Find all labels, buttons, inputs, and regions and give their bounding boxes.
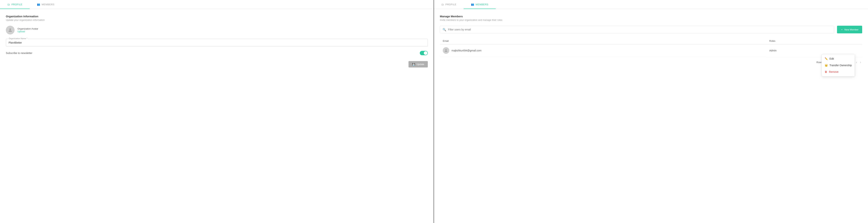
org-info-title: Organization Information <box>6 15 428 18</box>
search-icon: 🔍 <box>442 28 446 31</box>
new-member-button[interactable]: ＋ New Member <box>837 26 862 33</box>
avatar-label: Organization Avatar <box>18 27 38 30</box>
pagination-arrows: ‹ › <box>855 60 862 64</box>
next-page-button[interactable]: › <box>859 60 862 64</box>
left-tab-members-label: MEMBERS <box>42 3 55 6</box>
dropdown-edit[interactable]: ✏️ Edit <box>822 55 855 62</box>
pagination-row: Rows per page: 10 25 50 1–1 of 1 ‹ › <box>440 57 862 67</box>
svg-point-0 <box>9 28 11 30</box>
left-tabs: 🗂 PROFILE 👥 MEMBERS <box>0 0 434 9</box>
svg-point-1 <box>445 49 446 51</box>
manage-section: Manage Members Invite members to your or… <box>434 15 868 73</box>
org-name-input[interactable] <box>6 39 428 47</box>
prev-page-button[interactable]: ‹ <box>855 60 858 64</box>
update-button-label: Update <box>416 63 424 66</box>
table-row: majkshkurti94@gmail.com Admin <box>440 44 862 57</box>
org-name-label: Organization Name * <box>8 37 28 39</box>
avatar-section: Organization Avatar Upload <box>6 26 428 34</box>
right-panel: 🗂 PROFILE 👥 MEMBERS Manage Members Invit… <box>434 0 868 223</box>
members-icon: 👥 <box>37 3 40 6</box>
edit-label: Edit <box>830 57 834 60</box>
avatar <box>6 26 14 34</box>
right-tab-profile[interactable]: 🗂 PROFILE <box>434 0 464 9</box>
manage-subtitle: Invite members to your organization and … <box>440 19 862 21</box>
newsletter-label: Subscribe to newsletter <box>6 52 32 55</box>
left-tab-profile-label: PROFILE <box>11 3 22 6</box>
right-tabs: 🗂 PROFILE 👥 MEMBERS <box>434 0 868 9</box>
right-members-icon: 👥 <box>471 3 474 6</box>
org-info-subtitle: Update your organization information <box>6 19 428 21</box>
members-table: Email Roles <box>440 38 862 57</box>
plus-icon: ＋ <box>841 28 843 31</box>
remove-label: Remove <box>829 71 838 73</box>
search-input[interactable] <box>448 28 831 31</box>
member-email: majkshkurti94@gmail.com <box>452 49 482 52</box>
dropdown-menu: ✏️ Edit 👑 Transfer Ownership 🗑 Remove <box>822 54 855 76</box>
roles-col-header: Roles <box>766 38 862 44</box>
left-tab-profile[interactable]: 🗂 PROFILE <box>0 0 30 9</box>
avatar-info: Organization Avatar Upload <box>18 27 38 33</box>
member-avatar <box>443 47 449 54</box>
profile-icon: 🗂 <box>7 3 10 6</box>
new-member-label: New Member <box>844 28 859 31</box>
member-email-cell: majkshkurti94@gmail.com <box>440 44 766 57</box>
left-panel-content: Organization Information Update your org… <box>0 15 434 67</box>
save-icon: 💾 <box>412 63 415 66</box>
right-tab-profile-label: PROFILE <box>445 3 456 6</box>
edit-icon: ✏️ <box>825 57 828 60</box>
trash-icon: 🗑 <box>825 71 827 73</box>
right-profile-icon: 🗂 <box>441 3 444 6</box>
search-row: 🔍 ＋ New Member <box>440 26 862 33</box>
newsletter-row: Subscribe to newsletter <box>6 51 428 55</box>
left-tab-members[interactable]: 👥 MEMBERS <box>30 0 62 9</box>
table-container: Email Roles <box>440 38 862 57</box>
org-name-field: Organization Name * <box>6 39 428 47</box>
dropdown-transfer[interactable]: 👑 Transfer Ownership <box>822 62 855 68</box>
upload-link[interactable]: Upload <box>18 30 38 33</box>
right-tab-members-label: MEMBERS <box>476 3 489 6</box>
email-col-header: Email <box>440 38 766 44</box>
transfer-label: Transfer Ownership <box>830 64 852 67</box>
dropdown-remove[interactable]: 🗑 Remove <box>822 68 855 75</box>
left-panel: 🗂 PROFILE 👥 MEMBERS Organization Informa… <box>0 0 434 223</box>
crown-icon: 👑 <box>825 64 828 67</box>
right-tab-members[interactable]: 👥 MEMBERS <box>464 0 496 9</box>
update-button[interactable]: 💾 Update <box>408 61 428 67</box>
search-box: 🔍 <box>440 26 834 33</box>
newsletter-toggle[interactable] <box>420 51 428 55</box>
manage-title: Manage Members <box>440 15 862 18</box>
